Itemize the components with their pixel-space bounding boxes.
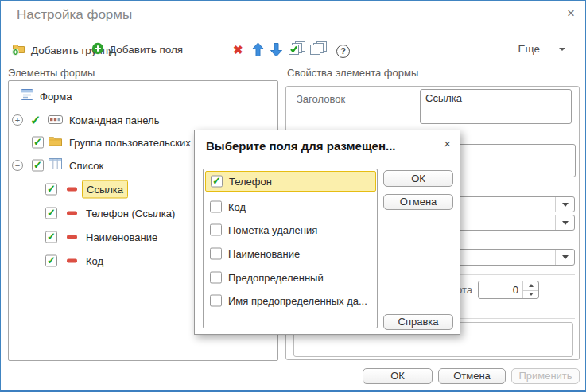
check-icon: ✓	[46, 184, 56, 194]
move-up-icon[interactable]	[251, 42, 265, 57]
check-icon: ✓	[212, 176, 222, 186]
list-item-predefined-data-name[interactable]: Имя предопределенных да...	[204, 289, 377, 312]
table-icon	[49, 158, 62, 173]
window-close-icon[interactable]: ×	[567, 6, 575, 21]
footer-cancel-button[interactable]: Отмена	[438, 368, 506, 384]
stepper-up-icon[interactable]	[523, 281, 538, 290]
checkbox-checked[interactable]: ✓	[45, 184, 57, 196]
combo-caret-icon[interactable]	[555, 197, 574, 212]
check-icon: ✓	[46, 208, 56, 218]
folder-icon	[49, 135, 62, 149]
checkbox-checked[interactable]: ✓	[45, 208, 57, 219]
dialog-close-icon[interactable]: ×	[444, 137, 451, 150]
check-icon: ✓	[33, 160, 43, 170]
list-item-label: Код	[228, 200, 246, 212]
field-dash-icon	[67, 235, 77, 239]
header-property-input[interactable]: Ссылка	[420, 89, 572, 124]
visibility-check-icon[interactable]: ✓	[30, 113, 41, 128]
dialog-title: Выберите поля для размещен...	[206, 139, 396, 153]
uncheck-all-icon[interactable]	[309, 41, 328, 57]
checkbox-checked[interactable]: ✓	[32, 160, 44, 172]
more-label: Еще	[518, 43, 540, 55]
tree-row-form[interactable]: Форма	[9, 85, 277, 107]
check-icon: ✓	[46, 231, 56, 242]
height-property-stepper[interactable]: 0	[478, 281, 539, 299]
stepper-buttons[interactable]	[522, 281, 538, 298]
tree-label: Наименование	[86, 231, 157, 243]
checkbox-unchecked[interactable]	[210, 200, 222, 212]
dialog-cancel-button[interactable]: Отмена	[383, 194, 453, 210]
check-icon: ✓	[33, 137, 43, 147]
form-elements-heading: Элементы формы	[8, 67, 95, 79]
tree-label: Командная панель	[69, 114, 159, 126]
tree-label: Группа пользовательских	[69, 137, 191, 149]
add-fields-icon	[91, 42, 104, 57]
list-item-deletion-mark[interactable]: Пометка удаления	[204, 218, 377, 241]
move-down-icon[interactable]	[270, 42, 283, 57]
tree-label-selected: Ссылка	[82, 180, 128, 199]
element-properties-heading: Свойства элемента формы	[287, 67, 418, 79]
list-item-label: Наименование	[228, 247, 300, 259]
checkbox-checked[interactable]: ✓	[45, 255, 57, 267]
add-fields-button[interactable]: Добавить поля	[91, 42, 183, 57]
check-icon: ✓	[46, 255, 56, 266]
list-item-label: Пометка удаления	[228, 223, 317, 235]
checkbox-checked[interactable]: ✓	[211, 176, 223, 188]
field-dash-icon	[67, 259, 77, 263]
dialog-help-button[interactable]: Справка	[383, 314, 453, 330]
height-value: 0	[482, 284, 518, 296]
tree-label: Список	[69, 160, 103, 172]
add-group-icon	[12, 42, 26, 58]
field-dash-icon	[67, 212, 77, 215]
list-item-label: Телефон	[229, 176, 272, 188]
checkbox-unchecked[interactable]	[210, 271, 222, 283]
checkbox-unchecked[interactable]	[210, 294, 222, 306]
tree-label: Телефон (Ссылка)	[86, 208, 175, 219]
add-fields-label: Добавить поля	[109, 44, 183, 56]
checkbox-unchecked[interactable]	[210, 223, 222, 235]
list-item-phone[interactable]: ✓ Телефон	[205, 171, 376, 192]
list-item-predefined[interactable]: Предопределенный	[204, 266, 377, 289]
dialog-ok-button[interactable]: ОК	[383, 170, 453, 187]
more-button[interactable]: Еще	[518, 43, 565, 55]
select-fields-dialog: Выберите поля для размещен... × ✓ Телефо…	[194, 130, 460, 335]
combo-caret-icon[interactable]	[555, 215, 574, 230]
fields-listbox: ✓ Телефон Код Пометка удаления Наименова…	[203, 169, 378, 328]
field-dash-icon	[67, 188, 77, 192]
checkbox-unchecked[interactable]	[210, 247, 222, 259]
checkbox-checked[interactable]: ✓	[32, 137, 44, 149]
tree-label: Форма	[40, 91, 72, 103]
list-item-label: Предопределенный	[228, 271, 324, 283]
tree-label: Код	[86, 255, 103, 267]
command-bar-icon	[48, 113, 63, 127]
form-settings-window: Настройка формы × Добавить группу Добави…	[0, 0, 586, 392]
help-icon[interactable]: ?	[336, 45, 350, 58]
expand-plus-icon[interactable]: +	[12, 114, 23, 126]
tree-row-command-bar[interactable]: + ✓ Командная панель	[9, 109, 277, 131]
list-item-code[interactable]: Код	[204, 195, 377, 218]
delete-icon[interactable]: ✖	[233, 43, 243, 57]
stepper-down-icon[interactable]	[523, 290, 538, 299]
checkbox-checked[interactable]: ✓	[45, 231, 57, 243]
footer-ok-button[interactable]: ОК	[363, 368, 433, 384]
header-property-label: Заголовок	[297, 93, 345, 105]
list-item-name[interactable]: Наименование	[204, 242, 377, 265]
collapse-minus-icon[interactable]: −	[12, 160, 23, 171]
check-all-icon[interactable]	[288, 41, 306, 57]
footer-apply-button: Применить	[511, 368, 580, 384]
window-title: Настройка формы	[17, 7, 132, 23]
list-item-label: Имя предопределенных да...	[228, 294, 367, 306]
form-icon	[21, 89, 33, 103]
chevron-down-icon	[559, 48, 565, 51]
combo-caret-icon[interactable]	[555, 250, 574, 265]
